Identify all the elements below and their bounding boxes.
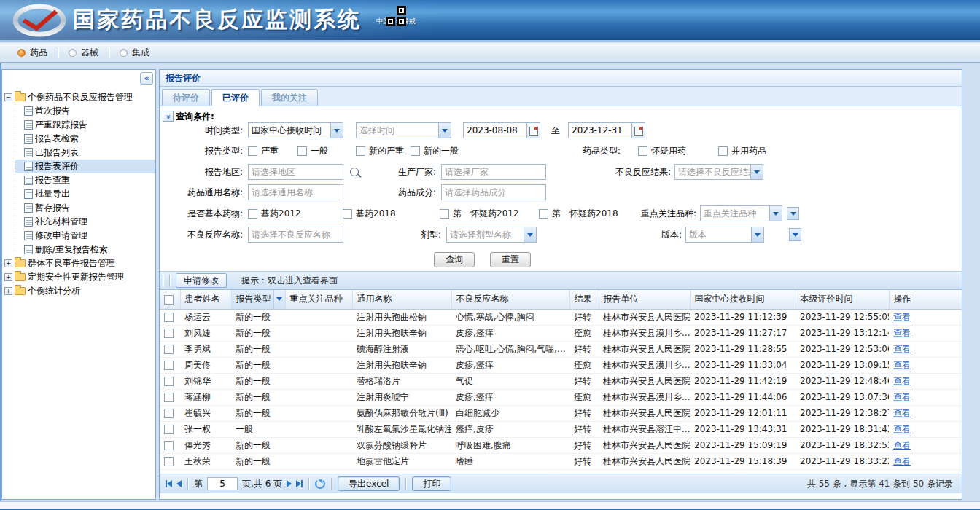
- focus-variety-select[interactable]: 重点关注品种: [700, 205, 782, 221]
- col-result[interactable]: 结果: [569, 290, 599, 309]
- view-link[interactable]: 查看: [893, 376, 911, 386]
- checkbox-icon[interactable]: [440, 209, 449, 219]
- checkbox-serious[interactable]: 严重: [248, 143, 279, 159]
- calendar-icon[interactable]: [632, 122, 645, 138]
- row-checkbox[interactable]: [164, 441, 174, 450]
- checkbox-concomitant-drug[interactable]: 并用药品: [718, 143, 766, 159]
- focus-variety-dropdown-button[interactable]: [787, 207, 799, 220]
- table-row[interactable]: 王秋荣 新的一般 地氯雷他定片 嗜睡 好转 桂林市兴安县人民医院 2023-11…: [160, 453, 962, 469]
- select-all-header[interactable]: [160, 290, 180, 309]
- checkbox-icon[interactable]: [638, 146, 648, 156]
- checkbox-new-serious[interactable]: 新的严重: [356, 143, 404, 159]
- sidebar-item-duplicate-check[interactable]: 报告查重: [15, 173, 155, 187]
- sidebar-item-supplementary-materials[interactable]: 补充材料管理: [15, 215, 155, 229]
- view-link[interactable]: 查看: [893, 424, 911, 434]
- date-to-input[interactable]: [568, 122, 632, 138]
- col-report-type[interactable]: 报告类型: [231, 290, 285, 309]
- table-row[interactable]: 蒋涵柳 新的一般 注射用炎琥宁 皮疹,瘙痒 痊愈 桂林市兴安县漠川乡... 20…: [160, 389, 962, 405]
- col-focus-variety[interactable]: 重点关注品种: [285, 290, 352, 309]
- sidebar-item-draft-reports[interactable]: 暂存报告: [15, 201, 155, 215]
- prev-page-button[interactable]: [176, 480, 182, 487]
- chevron-down-icon[interactable]: [751, 227, 763, 242]
- sidebar-collapse-button[interactable]: «: [140, 72, 153, 85]
- view-link[interactable]: 查看: [893, 392, 911, 402]
- sidebar-item-report-evaluation[interactable]: 报告表评价: [15, 160, 155, 173]
- chevron-down-icon[interactable]: [438, 123, 451, 138]
- checkbox-icon[interactable]: [248, 209, 257, 219]
- expand-plus-icon[interactable]: +: [4, 273, 12, 281]
- tab-evaluated[interactable]: 已评价: [211, 89, 260, 106]
- checkbox-first-suspect-2012[interactable]: 第一怀疑药2012: [440, 205, 519, 221]
- table-row[interactable]: 李勇斌 新的一般 碘海醇注射液 恶心,呕吐,心慌,胸闷,气喘,... 好转 桂林…: [160, 341, 962, 357]
- col-action[interactable]: 操作: [889, 290, 962, 309]
- menu-item-integration[interactable]: 集成: [112, 47, 157, 59]
- region-input[interactable]: [248, 164, 343, 180]
- tab-my-follow[interactable]: 我的关注: [261, 89, 318, 106]
- horizontal-scrollbar-track[interactable]: [0, 501, 980, 510]
- expand-plus-icon[interactable]: +: [4, 259, 12, 267]
- checkbox-essential-2012[interactable]: 基药2012: [248, 205, 301, 221]
- checkbox-icon[interactable]: [539, 209, 548, 219]
- sidebar-item-modify-application[interactable]: 修改申请管理: [15, 229, 155, 243]
- tree-root-individual-reports[interactable]: − 个例药品不良反应报告管理: [4, 90, 155, 104]
- row-checkbox[interactable]: [164, 457, 174, 466]
- chevron-down-icon[interactable]: [769, 206, 782, 221]
- collapse-minus-icon[interactable]: −: [4, 93, 12, 101]
- checkbox-suspected-drug[interactable]: 怀疑用药: [638, 143, 686, 159]
- row-checkbox[interactable]: [164, 409, 174, 418]
- sidebar-item-batch-export[interactable]: 批量导出: [15, 187, 155, 201]
- table-row[interactable]: 杨运云 新的一般 注射用头孢曲松钠 心慌,寒战,心悸,胸闷 好转 桂林市兴安县人…: [160, 309, 962, 325]
- expand-plus-icon[interactable]: +: [4, 287, 12, 295]
- sidebar-item-first-report[interactable]: 首次报告: [15, 104, 155, 118]
- first-page-button[interactable]: [166, 480, 172, 487]
- next-page-button[interactable]: [287, 480, 292, 487]
- col-patient-name[interactable]: 患者姓名: [180, 290, 231, 309]
- checkbox-first-suspect-2018[interactable]: 第一怀疑药2018: [539, 205, 618, 221]
- reaction-name-input[interactable]: [248, 227, 343, 243]
- chevron-down-icon[interactable]: [330, 123, 343, 138]
- checkbox-new-general[interactable]: 新的一般: [411, 143, 459, 159]
- row-checkbox[interactable]: [164, 313, 174, 322]
- col-evaluated-time[interactable]: 本级评价时间: [796, 290, 889, 309]
- view-link[interactable]: 查看: [893, 328, 911, 338]
- tree-root-group-adverse-events[interactable]: + 群体不良事件报告管理: [4, 256, 155, 270]
- tree-root-individual-statistics[interactable]: + 个例统计分析: [4, 284, 155, 298]
- ingredient-input[interactable]: [441, 184, 546, 200]
- chevron-down-icon[interactable]: [524, 227, 536, 242]
- checkbox-icon[interactable]: [248, 146, 257, 156]
- version-dropdown-button[interactable]: [789, 228, 801, 241]
- apply-modify-button[interactable]: 申请修改: [176, 273, 227, 288]
- last-page-button[interactable]: [296, 480, 303, 487]
- col-report-unit[interactable]: 报告单位: [599, 290, 690, 309]
- table-row[interactable]: 崔毓兴 新的一般 氨酚伪麻那敏分散片(Ⅲ) 白细胞减少 好转 桂林市兴安县人民医…: [160, 405, 962, 421]
- view-link[interactable]: 查看: [893, 408, 911, 418]
- version-select[interactable]: 版本: [685, 227, 764, 243]
- generic-name-input[interactable]: [248, 184, 343, 200]
- sidebar-item-delete-duplicate-search[interactable]: 删除/重复报告检索: [15, 243, 155, 256]
- row-checkbox[interactable]: [164, 329, 174, 338]
- view-link[interactable]: 查看: [893, 440, 911, 450]
- reset-button[interactable]: 重置: [490, 252, 531, 267]
- view-link[interactable]: 查看: [893, 344, 911, 354]
- table-row[interactable]: 刘锦华 新的一般 替格瑞洛片 气促 好转 桂林市兴安县人民医院 2023-11-…: [160, 373, 962, 389]
- time-type-select[interactable]: 国家中心接收时间: [248, 122, 343, 138]
- export-excel-button[interactable]: 导出excel: [338, 476, 400, 491]
- tree-root-periodic-safety-update[interactable]: + 定期安全性更新报告管理: [4, 270, 155, 284]
- sidebar-item-serious-followup[interactable]: 严重跟踪报告: [15, 118, 155, 132]
- checkbox-icon[interactable]: [356, 146, 365, 156]
- row-checkbox[interactable]: [164, 377, 174, 386]
- view-link[interactable]: 查看: [893, 312, 911, 322]
- row-checkbox[interactable]: [164, 361, 174, 370]
- print-button[interactable]: 打印: [412, 476, 451, 491]
- sidebar-item-reported-list[interactable]: 已报告列表: [15, 146, 155, 160]
- date-from-input[interactable]: [463, 122, 527, 138]
- sidebar-item-report-search[interactable]: 报告表检索: [15, 132, 155, 146]
- col-generic-name[interactable]: 通用名称: [352, 290, 451, 309]
- section-collapse-icon[interactable]: «: [163, 111, 174, 122]
- time-select[interactable]: 选择时间: [356, 122, 451, 138]
- select-all-checkbox[interactable]: [164, 295, 174, 305]
- page-number-input[interactable]: [207, 477, 238, 490]
- menu-item-drug[interactable]: 药品: [10, 47, 55, 59]
- chevron-down-icon[interactable]: [750, 165, 763, 179]
- checkbox-icon[interactable]: [718, 146, 728, 156]
